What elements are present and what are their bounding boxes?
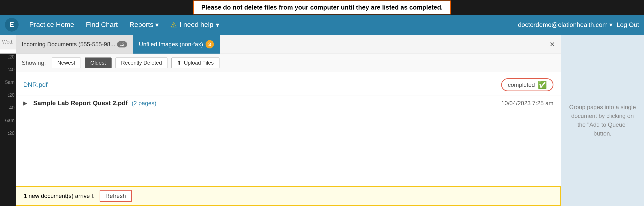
document-name: DNR.pdf — [23, 81, 48, 88]
warning-icon: ⚠ — [170, 21, 177, 29]
upload-icon: ⬆ — [177, 60, 182, 66]
time-slots: :20 :40 5am :20 :40 6am :20 — [0, 54, 16, 206]
navbar: E Practice Home Find Chart Reports ▾ ⚠ I… — [0, 15, 644, 35]
chevron-down-icon: ▾ — [155, 21, 159, 29]
document-row: DNR.pdf completed ✅ — [16, 74, 561, 95]
oldest-button[interactable]: Oldest — [85, 57, 112, 68]
check-icon: ✅ — [538, 80, 547, 89]
newest-button[interactable]: Newest — [52, 57, 81, 68]
tabs-row: Incoming Documents (555-555-98... 12 Unf… — [16, 35, 561, 54]
user-email[interactable]: doctordemo@elationhealth.com ▾ — [518, 21, 613, 29]
right-panel: Group pages into a single document by cl… — [561, 35, 644, 206]
document-date: 10/04/2023 7:25 am — [501, 100, 554, 107]
navbar-right: doctordemo@elationhealth.com ▾ Log Out — [518, 21, 639, 29]
nav-help[interactable]: ⚠ I need help ▾ — [164, 19, 225, 31]
document-name: Sample Lab Report Quest 2.pdf — [33, 99, 128, 107]
document-list: DNR.pdf completed ✅ ▶ Sample Lab Report … — [16, 72, 561, 206]
document-panel: Incoming Documents (555-555-98... 12 Unf… — [16, 35, 561, 206]
right-panel-text: Group pages into a single document by cl… — [568, 103, 637, 138]
time-slot: :40 — [0, 105, 16, 117]
time-slot: 5am — [0, 79, 16, 92]
time-slot: :40 — [0, 66, 16, 79]
calendar-date: Wed, — [0, 35, 16, 49]
time-slot: :20 — [0, 130, 16, 143]
showing-label: Showing: — [22, 59, 46, 66]
document-row: ▶ Sample Lab Report Quest 2.pdf (2 pages… — [16, 95, 561, 111]
refresh-button[interactable]: Refresh — [100, 190, 132, 202]
warning-message: Please do not delete files from your com… — [193, 1, 451, 15]
chevron-down-icon: ▾ — [609, 21, 612, 28]
tab-unfiled-images[interactable]: Unfiled Images (non-fax) 3 — [133, 35, 220, 54]
logout-button[interactable]: Log Out — [616, 21, 639, 29]
time-slot: :20 — [0, 54, 16, 66]
tab-badge-incoming: 12 — [117, 41, 127, 47]
tab-badge-unfiled: 3 — [206, 40, 214, 48]
document-pages[interactable]: (2 pages) — [132, 100, 156, 107]
completed-oval: completed ✅ — [501, 78, 554, 91]
chevron-down-icon: ▾ — [216, 21, 219, 29]
upload-files-button[interactable]: ⬆ Upload Files — [172, 57, 219, 68]
expand-arrow-icon[interactable]: ▶ — [23, 100, 27, 107]
completed-status: completed ✅ — [501, 78, 554, 91]
completed-text: completed — [508, 81, 535, 88]
notification-message: 1 new document(s) arrive I. — [24, 192, 95, 199]
bottom-notification: 1 new document(s) arrive I. Refresh — [16, 186, 561, 206]
calendar-sidebar: Wed, :20 :40 5am :20 :40 6am :20 — [0, 35, 16, 206]
close-button[interactable]: × — [544, 40, 561, 49]
find-area — [0, 49, 16, 54]
logo[interactable]: E — [5, 18, 18, 32]
main-area: Wed, :20 :40 5am :20 :40 6am :20 Incomin… — [0, 35, 644, 206]
time-slot: :20 — [0, 92, 16, 105]
nav-reports[interactable]: Reports ▾ — [124, 19, 164, 31]
tab-incoming-documents[interactable]: Incoming Documents (555-555-98... 12 — [16, 35, 133, 54]
warning-banner: Please do not delete files from your com… — [0, 0, 644, 15]
nav-find-chart[interactable]: Find Chart — [80, 19, 124, 31]
nav-practice-home[interactable]: Practice Home — [24, 19, 80, 31]
toolbar-row: Showing: Newest Oldest Recently Deleted … — [16, 54, 561, 72]
time-slot: 6am — [0, 117, 16, 130]
recently-deleted-button[interactable]: Recently Deleted — [116, 57, 168, 68]
